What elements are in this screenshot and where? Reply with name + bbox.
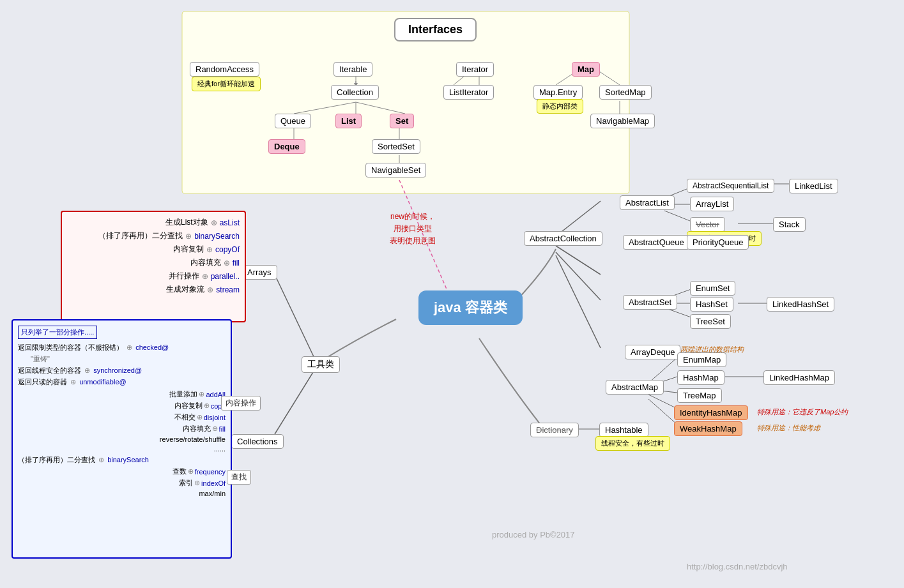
stack-node: Stack <box>773 217 806 232</box>
hashmap-node: HashMap <box>677 370 724 385</box>
box-note: 只列举了一部分操作..... <box>18 326 97 339</box>
tools-node: 工具类 <box>302 356 340 373</box>
identityhashmap-node: IdentityHashMap <box>674 405 748 420</box>
collections-node: Collections <box>231 434 284 449</box>
sortedmap-node: SortedMap <box>599 85 652 100</box>
map-node: Map <box>572 62 600 77</box>
svg-line-3 <box>294 102 356 114</box>
weak-note: 特殊用途：性能考虑 <box>757 423 820 433</box>
arrays-node: Arrays <box>241 265 277 280</box>
svg-line-14 <box>399 180 447 290</box>
set-node: Set <box>390 114 414 128</box>
svg-line-32 <box>648 395 677 409</box>
sortedset-node: SortedSet <box>372 139 420 154</box>
iterator-node: Iterator <box>456 62 494 77</box>
abstractqueue-node: AbstractQueue <box>623 235 690 250</box>
iterable-node: Iterable <box>333 62 372 77</box>
mapentry-node: Map.Entry <box>533 85 583 100</box>
weakhashmap-node: WeakHashMap <box>674 421 742 436</box>
linkedhashset-node: LinkedHashSet <box>767 297 834 312</box>
svg-line-37 <box>275 367 316 434</box>
arraydeque-node: ArrayDeque <box>625 345 680 359</box>
priorityqueue-node: PriorityQueue <box>687 235 749 250</box>
dictionary-node: Dictionary <box>530 423 579 437</box>
treeset-node: TreeSet <box>690 314 731 329</box>
svg-line-33 <box>648 399 677 425</box>
randomaccess-node: RandomAccess <box>190 62 259 77</box>
listiterator-node: ListIterator <box>443 85 494 100</box>
linkedlist-node: LinkedList <box>789 179 838 193</box>
interfaces-node: Interfaces <box>394 18 477 41</box>
center-node: java 容器类 <box>418 290 523 325</box>
svg-line-29 <box>648 358 677 383</box>
watermark2: http://blog.csdn.net/zbdcvjh <box>687 562 788 571</box>
svg-line-5 <box>356 102 405 114</box>
classicfor-note: 经典for循环能加速 <box>192 77 261 91</box>
abstractset-node: AbstractSet <box>623 295 677 310</box>
svg-line-17 <box>556 246 601 275</box>
abstractmap-node: AbstractMap <box>606 380 664 395</box>
enummap-node: EnumMap <box>677 352 726 367</box>
deque-node: Deque <box>268 139 305 154</box>
abstractcollection-node: AbstractCollection <box>524 231 602 246</box>
collection-node: Collection <box>331 85 379 100</box>
treemap-node: TreeMap <box>677 388 722 403</box>
threadsafe2-note: 线程安全，有些过时 <box>595 436 670 451</box>
svg-line-36 <box>275 275 316 362</box>
abstractlist-node: AbstractList <box>620 195 675 210</box>
hashtable-node: Hashtable <box>599 423 648 437</box>
list-node: List <box>335 114 362 128</box>
arrays-box: 生成List对象 ⊕ asList （排了序再用）二分查找 ⊕ binarySe… <box>61 211 246 322</box>
linkedhashmap-node: LinkedHashMap <box>763 370 835 385</box>
new-note: new的时候， 用接口类型 表明使用意图 <box>390 211 436 248</box>
watermark1: produced by Pb©2017 <box>492 530 575 539</box>
arraylist-node: ArrayList <box>690 197 734 211</box>
enumset-node: EnumSet <box>690 281 735 296</box>
navigablemap-node: NavigableMap <box>590 114 655 128</box>
navigableset-node: NavigableSet <box>365 163 426 177</box>
svg-line-19 <box>556 255 601 348</box>
identity-note: 特殊用途：它违反了Map公约 <box>757 407 848 417</box>
collections-box: 只列举了一部分操作..... 返回限制类型的容器（不服报错） ⊕ checked… <box>11 319 232 559</box>
vector-node: Vector <box>690 217 725 232</box>
abstractseqlist-node: AbstractSequentialList <box>687 179 774 193</box>
svg-line-18 <box>556 252 601 300</box>
queue-node: Queue <box>275 114 311 128</box>
hashset-node: HashSet <box>690 297 733 312</box>
staticinner-note: 静态内部类 <box>537 99 583 114</box>
